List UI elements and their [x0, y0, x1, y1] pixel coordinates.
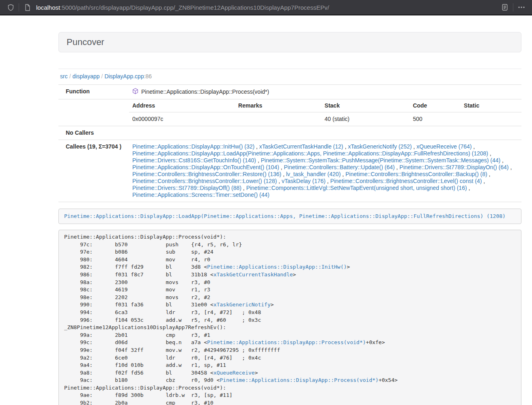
detail-row: Address Remarks Stack Code Static 0x0000…: [58, 99, 521, 126]
asm-symbol-link[interactable]: Pinetime::Applications::DisplayApp::Proc…: [220, 377, 379, 383]
no-callers-label: No Callers: [58, 126, 129, 140]
column-header-stack: Stack: [321, 99, 410, 112]
breadcrumb-link-file[interactable]: DisplayApp.cpp: [104, 73, 144, 80]
page-title: Puncover: [67, 37, 513, 47]
asm-symbol-link[interactable]: Pinetime::Applications::DisplayApp::Proc…: [207, 339, 366, 345]
breadcrumb-separator: /: [68, 73, 73, 80]
breadcrumb: src/displayapp/DisplayApp.cpp:86: [60, 72, 521, 80]
symbol-table: Function Pinetime::Applications::Display…: [58, 84, 521, 202]
column-header-address: Address: [129, 99, 235, 112]
callee-link[interactable]: Pinetime::Applications::DisplayApp::Load…: [132, 150, 488, 157]
shield-icon[interactable]: [5, 2, 16, 13]
callee-link[interactable]: Pinetime::Controllers::BrightnessControl…: [330, 178, 482, 184]
callee-separator: ,: [279, 164, 284, 170]
asm-symbol-link[interactable]: xQueueReceive: [213, 370, 255, 376]
callee-separator: ,: [488, 150, 491, 157]
callee-separator: ,: [472, 143, 475, 150]
page-document-icon[interactable]: [22, 2, 33, 13]
topbar-divider: [19, 3, 19, 11]
callee-separator: ,: [325, 178, 330, 184]
topbar-divider: [513, 3, 513, 11]
function-label: Function: [58, 85, 129, 99]
page-container: Puncover src/displayapp/DisplayApp.cpp:8…: [58, 15, 521, 405]
remarks-value: [235, 112, 321, 126]
callees-label: Callees (19, Σ=3704 ): [58, 140, 129, 202]
callee-link[interactable]: xTaskGetCurrentTaskHandle (12): [259, 143, 343, 150]
menu-ellipsis-icon[interactable]: [516, 2, 527, 13]
callee-separator: ,: [467, 185, 470, 191]
callee-separator: ,: [500, 157, 504, 164]
callee-link[interactable]: Pinetime::System::SystemTask::PushMessag…: [261, 157, 501, 164]
address-value: 0x0000097c: [129, 112, 235, 126]
function-name: Pinetime::Applications::DisplayApp::Proc…: [141, 88, 269, 95]
column-header-code: Code: [409, 99, 461, 112]
callee-separator: ,: [281, 171, 286, 177]
detail-table: Address Remarks Stack Code Static 0x0000…: [129, 99, 521, 126]
url-bar[interactable]: localhost:5000/path/src/displayapp/Displ…: [36, 4, 499, 11]
callee-link[interactable]: Pinetime::Applications::DisplayApp::OnTo…: [132, 164, 279, 170]
app-header: Puncover: [58, 32, 521, 52]
highlighted-callee-link[interactable]: Pinetime::Applications::DisplayApp::Load…: [64, 213, 506, 219]
stack-value: 40 (static): [321, 112, 410, 126]
callee-link[interactable]: Pinetime::Applications::Screens::Timer::…: [132, 192, 269, 198]
callees-row: Callees (19, Σ=3704 ) Pinetime::Applicat…: [58, 140, 521, 202]
breadcrumb-link-displayapp[interactable]: displayapp: [73, 73, 100, 80]
callee-link[interactable]: vTaskDelay (176): [282, 178, 325, 184]
callee-link[interactable]: Pinetime::Controllers::Battery::Update()…: [284, 164, 395, 170]
asm-symbol-link[interactable]: xTaskGenericNotify: [213, 302, 271, 308]
callee-link[interactable]: Pinetime::Controllers::BrightnessControl…: [132, 178, 277, 184]
callee-separator: ,: [395, 164, 400, 170]
column-header-remarks: Remarks: [235, 99, 321, 112]
callee-separator: ,: [487, 171, 491, 177]
column-header-static: Static: [461, 99, 521, 112]
assembly-listing: Pinetime::Applications::DisplayApp::Proc…: [58, 230, 521, 405]
callee-link[interactable]: Pinetime::Drivers::St7789::DisplayOn() (…: [399, 164, 508, 170]
breadcrumb-line-number: :86: [144, 73, 152, 80]
callee-separator: ,: [341, 171, 346, 177]
url-path: :5000/path/src/displayapp/DisplayApp.cpp…: [60, 4, 329, 11]
callee-link[interactable]: Pinetime::Drivers::Cst816S::GetTouchInfo…: [132, 157, 256, 164]
callee-link[interactable]: Pinetime::Controllers::BrightnessControl…: [345, 171, 487, 177]
callee-separator: ,: [241, 185, 246, 191]
breadcrumb-separator: /: [100, 73, 105, 80]
callee-separator: ,: [254, 143, 259, 150]
highlighted-callee-box: Pinetime::Applications::DisplayApp::Load…: [58, 209, 521, 224]
callee-link[interactable]: xTaskGenericNotify (252): [348, 143, 411, 150]
callee-link[interactable]: xQueueReceive (764): [416, 143, 472, 150]
asm-symbol-link[interactable]: xTaskGetCurrentTaskHandle: [213, 271, 293, 278]
reader-mode-icon[interactable]: [499, 2, 510, 13]
code-value: 500: [409, 112, 461, 126]
no-callers-row: No Callers: [58, 126, 521, 140]
symbol-cube-icon: [132, 88, 138, 96]
callee-link[interactable]: Pinetime::Components::LittleVgl::SetNewT…: [246, 185, 467, 191]
url-host: localhost: [36, 4, 60, 11]
callee-separator: ,: [482, 178, 485, 184]
asm-symbol-link[interactable]: Pinetime::Applications::DisplayApp::Init…: [207, 264, 347, 270]
breadcrumb-link-src[interactable]: src: [60, 73, 68, 80]
callee-separator: ,: [412, 143, 417, 150]
callee-separator: ,: [509, 164, 512, 170]
detail-values-row: 0x0000097c 40 (static) 500: [129, 112, 521, 126]
callee-separator: ,: [256, 157, 261, 164]
callees-list: Pinetime::Applications::DisplayApp::Init…: [129, 140, 521, 202]
function-row: Function Pinetime::Applications::Display…: [58, 85, 521, 99]
callee-link[interactable]: Pinetime::Drivers::St7789::DisplayOff() …: [132, 185, 241, 191]
callee-link[interactable]: lv_task_handler (420): [286, 171, 341, 177]
callee-link[interactable]: Pinetime::Applications::DisplayApp::Init…: [132, 143, 254, 150]
callee-separator: ,: [343, 143, 348, 150]
callee-separator: ,: [277, 178, 282, 184]
static-value: [461, 112, 521, 126]
divider: [58, 69, 521, 69]
browser-topbar: localhost:5000/path/src/displayapp/Displ…: [0, 0, 532, 15]
callee-link[interactable]: Pinetime::Controllers::BrightnessControl…: [132, 171, 281, 177]
